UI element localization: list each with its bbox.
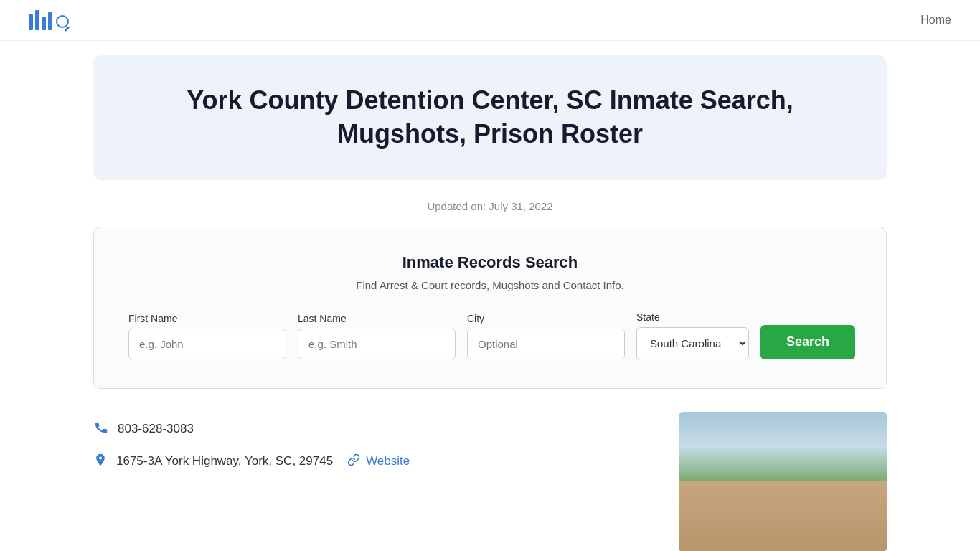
website-label: Website xyxy=(366,454,410,468)
search-card-subtitle: Find Arrest & Court records, Mugshots an… xyxy=(128,279,852,291)
state-label: State xyxy=(636,311,749,323)
address-row: 1675-3A York Highway, York, SC, 29745 We… xyxy=(93,452,410,471)
building-image xyxy=(679,412,887,551)
logo-bar-4 xyxy=(48,12,52,30)
last-name-input[interactable] xyxy=(298,329,456,359)
page-title: York County Detention Center, SC Inmate … xyxy=(136,84,844,151)
first-name-group: First Name xyxy=(128,313,286,359)
bottom-section: 803-628-3083 1675-3A York Highway, York,… xyxy=(93,412,887,551)
link-icon xyxy=(347,453,360,470)
search-card-title: Inmate Records Search xyxy=(128,253,852,272)
logo-bar-1 xyxy=(29,14,33,30)
first-name-input[interactable] xyxy=(128,329,286,359)
search-card: Inmate Records Search Find Arrest & Cour… xyxy=(93,227,887,389)
search-button[interactable]: Search xyxy=(760,325,855,359)
logo-search-icon xyxy=(56,15,69,28)
state-group: State South CarolinaAlabamaAlaskaArizona… xyxy=(636,311,749,359)
website-link[interactable]: Website xyxy=(347,453,410,470)
search-form: First Name Last Name City State South Ca… xyxy=(128,311,852,359)
home-nav-link[interactable]: Home xyxy=(920,14,951,27)
phone-number: 803-628-3083 xyxy=(118,422,194,436)
city-label: City xyxy=(467,313,625,324)
phone-row: 803-628-3083 xyxy=(93,419,410,439)
logo-bar-3 xyxy=(42,17,46,30)
state-select[interactable]: South CarolinaAlabamaAlaskaArizonaArkans… xyxy=(636,327,749,359)
logo-bars-icon xyxy=(29,10,52,30)
logo-bar-2 xyxy=(35,10,39,30)
header: Home xyxy=(0,0,980,41)
city-group: City xyxy=(467,313,625,359)
contact-info: 803-628-3083 1675-3A York Highway, York,… xyxy=(93,412,410,471)
city-input[interactable] xyxy=(467,329,625,359)
first-name-label: First Name xyxy=(128,313,286,324)
logo[interactable] xyxy=(29,10,69,30)
hero-section: York County Detention Center, SC Inmate … xyxy=(93,55,887,180)
address-text: 1675-3A York Highway, York, SC, 29745 xyxy=(116,454,333,468)
last-name-label: Last Name xyxy=(298,313,456,324)
phone-icon xyxy=(93,419,109,439)
last-name-group: Last Name xyxy=(298,313,456,359)
address-icon xyxy=(93,452,108,471)
updated-text: Updated on: July 31, 2022 xyxy=(0,200,980,212)
